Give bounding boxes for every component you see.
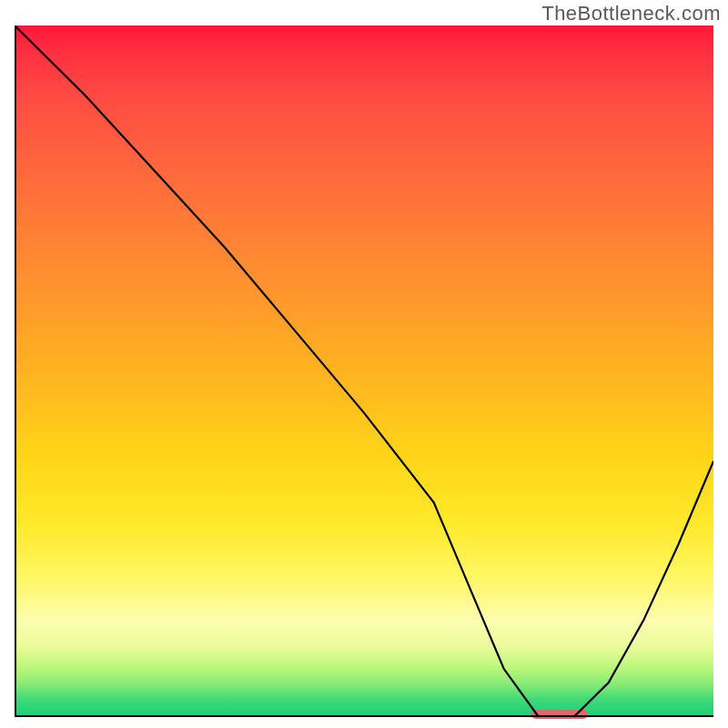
chart-container: TheBottleneck.com — [0, 0, 728, 728]
y-axis-line — [15, 25, 16, 717]
plot-wrap — [15, 25, 713, 717]
watermark-text: TheBottleneck.com — [541, 2, 721, 25]
plot-area — [15, 25, 713, 717]
bottleneck-curve — [15, 25, 713, 717]
x-axis-line — [15, 715, 713, 717]
